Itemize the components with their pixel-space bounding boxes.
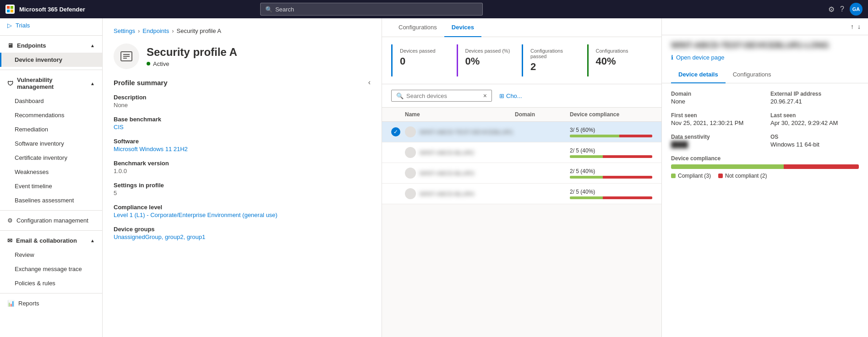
breadcrumb-settings[interactable]: Settings <box>114 27 135 34</box>
tab-configurations[interactable]: Configurations <box>391 18 444 37</box>
field-base-benchmark: Base benchmark CIS <box>114 116 371 130</box>
compliance-bar <box>570 196 652 199</box>
profile-title: Security profile A <box>147 46 237 59</box>
metrics-row: Devices passed 0 Devices passed (%) 0% C… <box>382 37 661 84</box>
avatar: GA <box>850 3 863 16</box>
device-avatar <box>405 188 416 199</box>
choose-columns-button[interactable]: ⊞ Cho... <box>499 92 522 99</box>
bar-green <box>570 135 619 137</box>
legend-not-compliant: Not compliant (2) <box>718 173 767 179</box>
profile-summary-title: Profile summary <box>114 79 168 87</box>
row-compliance: 2/ 5 (40%) <box>570 147 652 158</box>
detail-field-first-seen: First seen Nov 25, 2021, 12:30:21 PM <box>671 112 759 126</box>
detail-top-arrows: ↑ ↓ <box>662 18 868 35</box>
checked-icon: ✓ <box>391 127 400 136</box>
detail-tab-device-details[interactable]: Device details <box>671 66 726 83</box>
settings-icon[interactable]: ⚙ <box>828 5 835 14</box>
profile-panel: Settings › Endpoints › Security profile … <box>103 18 382 337</box>
row-compliance: 3/ 5 (60%) <box>570 127 652 137</box>
row-name: WINT-ABCD-BLUR4 <box>405 188 515 199</box>
bar-red <box>603 155 652 158</box>
table-header: Name Domain Device compliance <box>382 108 661 122</box>
row-compliance: 2/ 5 (40%) <box>570 168 652 179</box>
metric-devices-passed-pct: Devices passed (%) 0% <box>457 44 522 76</box>
th-name: Name <box>405 111 515 118</box>
sidebar-item-trials[interactable]: ▷ Trials <box>0 18 102 33</box>
table-row[interactable]: WINT-ABCD-BLUR2 2/ 5 (40%) <box>382 142 661 163</box>
sidebar-item-software-inventory[interactable]: Software inventory <box>0 136 102 151</box>
email-icon: ✉ <box>7 237 12 244</box>
table-row[interactable]: ✓ WINT-ABCD-TEST-DEVICEBLUR1 3/ 5 (60%) <box>382 122 661 142</box>
prev-device-button[interactable]: ↑ <box>851 23 854 30</box>
metric-devices-passed: Devices passed 0 <box>391 44 457 76</box>
sidebar-item-device-inventory[interactable]: Device inventory <box>0 53 102 67</box>
sidebar-item-weaknesses[interactable]: Weaknesses <box>0 165 102 179</box>
field-compliance-level: Compliance level Level 1 (L1) - Corporat… <box>114 204 371 218</box>
endpoints-chevron: ▲ <box>90 43 95 48</box>
next-device-button[interactable]: ↓ <box>857 23 861 30</box>
compliance-bar <box>570 176 652 179</box>
devices-panel: Configurations Devices Devices passed 0 … <box>382 18 662 337</box>
sidebar-item-policies-rules[interactable]: Policies & rules <box>0 276 102 290</box>
sidebar-group-vulnerability[interactable]: 🛡 Vulnerability management ▲ <box>0 73 102 94</box>
device-name: WINT-ABCD-BLUR3 <box>420 170 474 177</box>
bar-green <box>570 196 603 199</box>
bar-red <box>603 176 652 179</box>
metric-configs-passed: Configurations passed 2 <box>522 44 587 76</box>
endpoints-icon: 🖥 <box>7 42 13 49</box>
sidebar-group-email-collab[interactable]: ✉ Email & collaboration ▲ <box>0 234 102 248</box>
sidebar-item-review[interactable]: Review <box>0 248 102 262</box>
field-description: Description None <box>114 94 371 109</box>
config-icon: ⚙ <box>7 217 13 224</box>
help-icon[interactable]: ? <box>840 5 844 13</box>
field-device-groups: Device groups UnassignedGroup, group2, g… <box>114 226 371 240</box>
field-benchmark-version: Benchmark version 1.0.0 <box>114 160 371 174</box>
breadcrumb: Settings › Endpoints › Security profile … <box>114 27 371 34</box>
detail-tab-configurations[interactable]: Configurations <box>726 66 779 83</box>
detail-field-os: OS Windows 11 64-bit <box>770 134 859 148</box>
sidebar-item-baselines-assessment[interactable]: Baselines assessment <box>0 193 102 207</box>
device-name: WINT-ABCD-TEST-DEVICEBLUR1 <box>420 129 513 136</box>
sidebar-item-reports[interactable]: 📊 Reports <box>0 296 102 310</box>
profile-status: Active <box>147 60 237 67</box>
search-bar[interactable]: 🔍 Search <box>260 3 483 16</box>
svg-rect-1 <box>11 6 13 9</box>
detail-tabs: Device details Configurations <box>662 66 868 83</box>
search-devices-input-wrap[interactable]: 🔍 × <box>391 90 492 102</box>
sidebar-group-endpoints[interactable]: 🖥 Endpoints ▲ <box>0 38 102 53</box>
svg-rect-2 <box>7 10 10 12</box>
clear-search-button[interactable]: × <box>483 92 487 99</box>
sidebar-item-exchange-message-trace[interactable]: Exchange message trace <box>0 262 102 276</box>
table-row[interactable]: WINT-ABCD-BLUR3 2/ 5 (40%) <box>382 163 661 184</box>
main-content: Settings › Endpoints › Security profile … <box>103 18 868 337</box>
row-check: ✓ <box>391 127 405 136</box>
th-compliance: Device compliance <box>570 111 652 118</box>
sidebar-item-recommendations[interactable]: Recommendations <box>0 108 102 122</box>
device-avatar <box>405 126 416 137</box>
detail-panel: ↑ ↓ WINT-ABCD-TEST-DEVICEBLUR1-LONG ℹ Op… <box>662 18 868 337</box>
th-domain: Domain <box>515 111 570 118</box>
sidebar-item-configuration-management[interactable]: ⚙ Configuration management <box>0 213 102 228</box>
search-devices-field[interactable] <box>406 92 480 99</box>
sidebar-item-remediation[interactable]: Remediation <box>0 122 102 136</box>
open-device-page-link[interactable]: ℹ Open device page <box>662 52 868 66</box>
sidebar-item-certificate-inventory[interactable]: Certificate inventory <box>0 151 102 165</box>
sidebar-item-dashboard[interactable]: Dashboard <box>0 94 102 108</box>
topbar: Microsoft 365 Defender 🔍 Search ⚙ ? GA <box>0 0 868 18</box>
sidebar: ▷ Trials 🖥 Endpoints ▲ Device inventory … <box>0 18 103 337</box>
table-row[interactable]: WINT-ABCD-BLUR4 2/ 5 (40%) <box>382 184 661 204</box>
open-link-icon: ℹ <box>671 54 673 61</box>
field-software: Software Microsoft Windows 11 21H2 <box>114 138 371 152</box>
device-avatar <box>405 168 416 179</box>
vuln-chevron: ▲ <box>90 81 95 86</box>
metric-configs-pct: Configurations 40% <box>587 44 653 76</box>
compliance-bar <box>570 135 652 137</box>
profile-title-group: Security profile A Active <box>147 46 237 67</box>
sensitivity-value-blur: ████ <box>671 141 688 148</box>
breadcrumb-endpoints[interactable]: Endpoints <box>142 27 169 34</box>
collapse-button[interactable]: ‹ <box>368 78 371 87</box>
device-avatar <box>405 147 416 158</box>
tab-devices[interactable]: Devices <box>444 18 481 37</box>
columns-icon: ⊞ <box>499 92 504 99</box>
sidebar-item-event-timeline[interactable]: Event timeline <box>0 179 102 193</box>
